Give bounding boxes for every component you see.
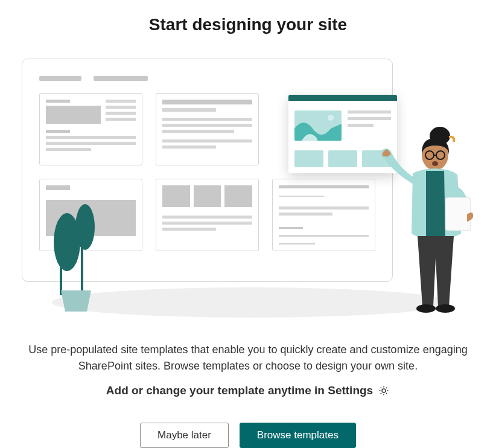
hero-illustration	[22, 59, 474, 302]
board-header	[39, 76, 375, 81]
mountain-icon	[294, 110, 342, 141]
page-title: Start designing your site	[149, 15, 347, 34]
svg-point-14	[382, 389, 386, 392]
template-tile	[156, 179, 259, 251]
description-text: Use pre-populated site templates that en…	[19, 342, 477, 374]
gear-icon	[378, 385, 390, 397]
svg-point-10	[432, 161, 438, 166]
settings-hint: Add or change your template anytime in S…	[106, 384, 390, 397]
svg-point-0	[328, 115, 334, 121]
person-illustration	[378, 125, 486, 318]
plant-illustration	[40, 194, 112, 315]
template-tile	[39, 93, 142, 165]
template-tile	[272, 179, 375, 251]
button-row: Maybe later Browse templates	[140, 423, 356, 448]
template-tile	[156, 93, 259, 165]
svg-rect-11	[445, 197, 471, 231]
svg-rect-4	[81, 247, 83, 295]
svg-point-12	[416, 304, 436, 313]
browse-templates-button[interactable]: Browse templates	[240, 423, 356, 448]
header-placeholder	[94, 76, 148, 81]
svg-point-2	[75, 204, 95, 250]
svg-point-13	[436, 304, 455, 313]
settings-hint-text: Add or change your template anytime in S…	[106, 384, 373, 397]
header-placeholder	[39, 76, 81, 81]
maybe-later-button[interactable]: Maybe later	[140, 423, 229, 448]
